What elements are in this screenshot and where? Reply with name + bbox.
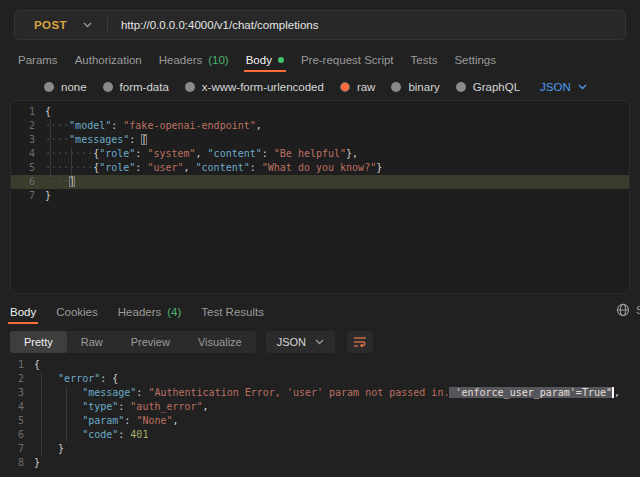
code-line[interactable]: 3 "message": "Authentication Error, 'use… bbox=[0, 386, 640, 400]
code-token: } bbox=[376, 162, 382, 173]
response-language-chevron-down-icon bbox=[315, 339, 324, 345]
code-token: , bbox=[184, 162, 196, 173]
line-content: } bbox=[35, 189, 51, 203]
line-number: 6 bbox=[0, 428, 24, 442]
view-preview-button[interactable]: Preview bbox=[117, 331, 184, 353]
radio-binary[interactable]: binary bbox=[391, 81, 439, 93]
line-content: } bbox=[24, 442, 64, 456]
request-body-editor[interactable]: 1{2····"model": "fake-openai-endpoint",3… bbox=[10, 100, 630, 294]
radio-x-www-form-urlencoded[interactable]: x-www-form-urlencoded bbox=[185, 81, 324, 93]
code-token: "auth_error" bbox=[130, 401, 202, 412]
headers-count-badge: (10) bbox=[208, 54, 228, 66]
tab-tests[interactable]: Tests bbox=[411, 54, 438, 66]
tab-test-results[interactable]: Test Results bbox=[201, 306, 264, 318]
line-number: 2 bbox=[11, 119, 35, 133]
code-line[interactable]: 7 } bbox=[0, 442, 640, 456]
code-line[interactable]: 4········{"role": "system", "content": "… bbox=[11, 147, 629, 161]
method-select[interactable]: POST bbox=[34, 19, 67, 31]
raw-language-select[interactable]: JSON bbox=[540, 81, 587, 93]
code-token: : bbox=[135, 162, 147, 173]
code-line[interactable]: 2 "error": { bbox=[0, 372, 640, 386]
line-content: "message": "Authentication Error, 'user'… bbox=[24, 386, 620, 400]
response-code[interactable]: 1{2 "error": {3 "message": "Authenticati… bbox=[0, 358, 640, 473]
line-number: 7 bbox=[11, 189, 35, 203]
tab-cookies[interactable]: Cookies bbox=[56, 306, 98, 318]
radio-graphql[interactable]: GraphQL bbox=[456, 81, 520, 93]
tab-params[interactable]: Params bbox=[18, 54, 58, 66]
line-content: "code": 401 bbox=[24, 428, 148, 442]
code-token: "error" bbox=[58, 373, 100, 384]
radio-raw[interactable]: raw bbox=[340, 81, 376, 93]
line-number: 6 bbox=[11, 175, 35, 189]
code-token: } bbox=[34, 457, 40, 468]
code-token: "fake-openai-endpoint" bbox=[123, 120, 255, 131]
radio-selected-icon bbox=[340, 82, 350, 92]
code-token: ···· bbox=[45, 134, 69, 145]
code-token: "code" bbox=[82, 429, 118, 440]
line-content: ····"model": "fake-openai-endpoint", bbox=[35, 119, 262, 133]
code-line[interactable]: 8} bbox=[0, 456, 640, 470]
line-number: 1 bbox=[0, 358, 24, 372]
wrap-text-icon bbox=[353, 336, 367, 348]
code-token: }, bbox=[346, 148, 358, 159]
code-line[interactable]: 2····"model": "fake-openai-endpoint", bbox=[11, 119, 629, 133]
code-line[interactable]: 1{ bbox=[11, 105, 629, 119]
code-token: "model" bbox=[69, 120, 111, 131]
code-line[interactable]: 4 "type": "auth_error", bbox=[0, 400, 640, 414]
indent-guide bbox=[41, 372, 42, 456]
tab-headers[interactable]: Headers(10) bbox=[159, 54, 229, 66]
tab-authorization[interactable]: Authorization bbox=[75, 54, 142, 66]
clipped-status-text: S bbox=[636, 304, 640, 316]
response-headers-count-badge: (4) bbox=[167, 306, 181, 318]
code-token: "content" bbox=[196, 162, 250, 173]
code-line[interactable]: 3····"messages": [ bbox=[11, 133, 629, 147]
code-line[interactable]: 5 "param": "None", bbox=[0, 414, 640, 428]
code-token: , bbox=[256, 120, 262, 131]
tab-settings[interactable]: Settings bbox=[454, 54, 496, 66]
radio-form-data[interactable]: form-data bbox=[103, 81, 169, 93]
line-number: 3 bbox=[11, 133, 35, 147]
code-line[interactable]: 6 "code": 401 bbox=[0, 428, 640, 442]
response-language-select[interactable]: JSON bbox=[266, 331, 335, 353]
view-visualize-button[interactable]: Visualize bbox=[184, 331, 256, 353]
code-token bbox=[34, 373, 58, 384]
radio-icon bbox=[103, 82, 113, 92]
radio-none[interactable]: none bbox=[44, 81, 87, 93]
view-raw-button[interactable]: Raw bbox=[67, 331, 117, 353]
code-token: { bbox=[34, 359, 40, 370]
tab-response-body[interactable]: Body bbox=[10, 306, 36, 318]
wrap-text-button[interactable] bbox=[347, 331, 373, 353]
indent-guide bbox=[71, 147, 72, 175]
code-line[interactable]: 7} bbox=[11, 189, 629, 203]
line-number: 7 bbox=[0, 442, 24, 456]
line-content: { bbox=[24, 358, 40, 372]
tab-body[interactable]: Body bbox=[246, 54, 284, 66]
code-token bbox=[34, 443, 58, 454]
line-content: ········{"role": "user", "content": "Wha… bbox=[35, 161, 382, 175]
radio-icon bbox=[456, 82, 466, 92]
code-token: "param" bbox=[82, 415, 124, 426]
method-chevron-down-icon[interactable] bbox=[83, 22, 92, 28]
code-token: , bbox=[196, 148, 208, 159]
request-url-bar: POST http://0.0.0.0:4000/v1/chat/complet… bbox=[14, 10, 626, 40]
radio-icon bbox=[44, 82, 54, 92]
code-token: { bbox=[45, 106, 51, 117]
code-token: : bbox=[111, 120, 123, 131]
code-token: , bbox=[203, 401, 209, 412]
code-line[interactable]: 6····] bbox=[11, 175, 629, 189]
code-line[interactable]: 5········{"role": "user", "content": "Wh… bbox=[11, 161, 629, 175]
response-meta: S bbox=[616, 303, 640, 317]
line-number: 4 bbox=[0, 400, 24, 414]
code-token: "Be helpful" bbox=[274, 148, 346, 159]
tab-pre-request-script[interactable]: Pre-request Script bbox=[301, 54, 394, 66]
line-number: 3 bbox=[0, 386, 24, 400]
globe-icon[interactable] bbox=[616, 303, 630, 317]
code-token: } bbox=[45, 190, 51, 201]
code-token: 401 bbox=[130, 429, 148, 440]
url-input[interactable]: http://0.0.0.0:4000/v1/chat/completions bbox=[121, 19, 319, 31]
line-content: "type": "auth_error", bbox=[24, 400, 209, 414]
code-line[interactable]: 1{ bbox=[0, 358, 640, 372]
line-content: "param": "None", bbox=[24, 414, 179, 428]
tab-response-headers[interactable]: Headers(4) bbox=[118, 306, 182, 318]
view-pretty-button[interactable]: Pretty bbox=[10, 331, 67, 353]
